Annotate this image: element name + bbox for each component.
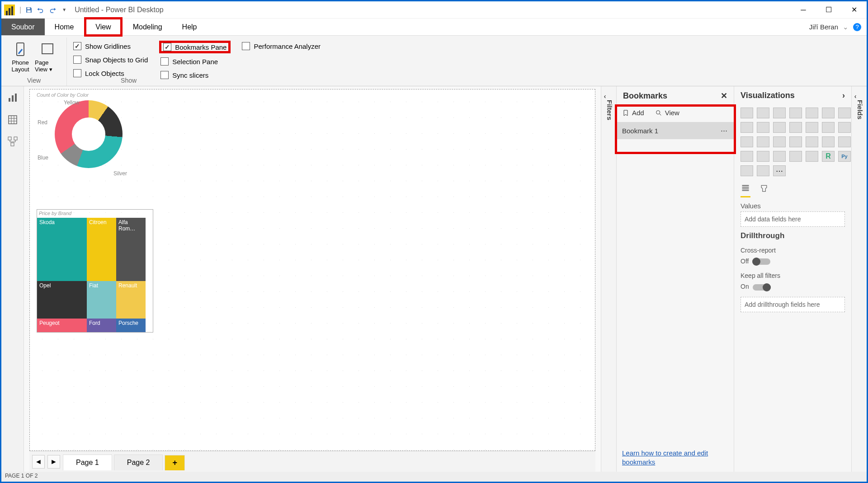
- fields-tab-icon[interactable]: [741, 183, 750, 197]
- menu-modeling[interactable]: Modeling: [123, 19, 172, 35]
- save-icon[interactable]: [24, 5, 34, 15]
- viz-type-icon[interactable]: [757, 165, 769, 176]
- tree-cell[interactable]: Ford: [87, 319, 116, 332]
- viz-type-icon[interactable]: [757, 122, 769, 133]
- close-button[interactable]: ✕: [841, 1, 867, 19]
- show-gridlines-checkbox[interactable]: Show Gridlines: [73, 42, 148, 50]
- cross-report-toggle[interactable]: [752, 258, 770, 265]
- treemap-chart[interactable]: Price by Brand Skoda Citroen Alfa Rom… O…: [37, 209, 153, 333]
- chart-title: Count of Color by Color: [37, 92, 159, 98]
- report-view-icon[interactable]: [7, 93, 18, 103]
- tree-cell[interactable]: Opel: [37, 281, 87, 319]
- svg-rect-9: [14, 137, 17, 140]
- viz-type-icon[interactable]: [741, 151, 753, 162]
- collapse-icon[interactable]: ›: [842, 91, 845, 100]
- tree-cell[interactable]: Citroen: [87, 218, 116, 281]
- values-field-well[interactable]: Add data fields here: [741, 211, 845, 227]
- selection-pane-checkbox[interactable]: Selection Pane: [160, 57, 229, 66]
- viz-type-icon[interactable]: [773, 122, 786, 133]
- learn-bookmarks-link[interactable]: Learn how to create and edit bookmarks: [617, 443, 734, 472]
- menu-file[interactable]: Soubor: [1, 19, 45, 35]
- viz-type-icon[interactable]: [741, 108, 753, 118]
- donut-chart[interactable]: Count of Color by Color Yellow Red Blue …: [37, 92, 159, 168]
- help-icon[interactable]: ?: [853, 23, 861, 31]
- viz-type-icon[interactable]: [806, 108, 818, 118]
- minimize-button[interactable]: ─: [791, 1, 816, 19]
- lock-objects-checkbox[interactable]: Lock Objects: [73, 69, 148, 77]
- r-visual-icon[interactable]: R: [822, 151, 835, 162]
- cross-report-label: Cross-report: [741, 247, 776, 254]
- bookmarks-title: Bookmarks: [623, 91, 667, 101]
- chevron-down-icon[interactable]: ⌄: [843, 23, 849, 31]
- performance-analyzer-checkbox[interactable]: Performance Analyzer: [242, 42, 321, 50]
- tree-cell[interactable]: Alfa Rom…: [116, 218, 146, 281]
- page-tab-2[interactable]: Page 2: [114, 455, 163, 470]
- viz-type-icon[interactable]: [806, 136, 818, 147]
- filters-pane-collapsed[interactable]: ‹ Filters: [601, 86, 616, 472]
- add-page-button[interactable]: +: [165, 455, 185, 470]
- viz-type-icon[interactable]: [757, 136, 769, 147]
- keep-filters-toggle[interactable]: [753, 284, 771, 291]
- tree-cell[interactable]: Skoda: [37, 218, 87, 281]
- redo-icon[interactable]: [47, 5, 57, 15]
- menu-view[interactable]: View: [85, 19, 121, 35]
- drillthrough-field-well[interactable]: Add drillthrough fields here: [741, 297, 845, 312]
- tree-cell[interactable]: Renault: [116, 281, 146, 319]
- bookmark-item[interactable]: Bookmark 1 ⋯: [617, 122, 734, 139]
- status-bar: PAGE 1 OF 2: [1, 472, 867, 482]
- more-icon[interactable]: ⋯: [721, 127, 728, 135]
- model-view-icon[interactable]: [7, 136, 18, 147]
- fields-pane-collapsed[interactable]: ‹ Fields: [851, 86, 867, 472]
- page-prev-button[interactable]: ◄: [32, 455, 45, 469]
- viz-type-icon[interactable]: [789, 122, 802, 133]
- viz-type-icon[interactable]: [773, 151, 786, 162]
- viz-type-icon[interactable]: [838, 136, 851, 147]
- page-tabs: ◄ ► Page 1 Page 2 +: [29, 451, 595, 472]
- drillthrough-label: Drillthrough: [734, 227, 851, 245]
- viz-type-icon[interactable]: [806, 122, 818, 133]
- report-canvas[interactable]: Count of Color by Color Yellow Red Blue …: [29, 89, 595, 451]
- viz-type-icon[interactable]: [741, 165, 753, 176]
- viz-type-icon[interactable]: [741, 122, 753, 133]
- maximize-button[interactable]: ☐: [816, 1, 841, 19]
- snap-to-grid-checkbox[interactable]: Snap Objects to Grid: [73, 56, 148, 64]
- qat-dropdown-icon[interactable]: ▼: [59, 5, 69, 15]
- user-name[interactable]: Jiří Beran: [809, 23, 838, 31]
- viz-type-icon[interactable]: [838, 108, 851, 118]
- pbi-logo-icon: [4, 5, 15, 15]
- viz-type-icon[interactable]: [822, 122, 835, 133]
- viz-type-icon[interactable]: [822, 108, 835, 118]
- close-icon[interactable]: ✕: [721, 91, 727, 101]
- keep-filters-label: Keep all filters: [741, 272, 780, 279]
- undo-icon[interactable]: [36, 5, 46, 15]
- viz-type-icon[interactable]: [773, 108, 786, 118]
- viz-type-icon[interactable]: [741, 136, 753, 147]
- menu-home[interactable]: Home: [45, 19, 84, 35]
- format-tab-icon[interactable]: [760, 183, 769, 197]
- viz-type-icon[interactable]: [822, 136, 835, 147]
- viz-type-icon[interactable]: [806, 151, 818, 162]
- page-next-button[interactable]: ►: [47, 455, 60, 469]
- visualization-gallery: RPy ⋯: [734, 105, 851, 179]
- viz-type-icon[interactable]: [757, 151, 769, 162]
- viz-type-icon[interactable]: [789, 108, 802, 118]
- keep-filters-value: On: [741, 283, 749, 290]
- sync-slicers-checkbox[interactable]: Sync slicers: [160, 71, 229, 79]
- page-tab-1[interactable]: Page 1: [63, 455, 112, 470]
- py-visual-icon[interactable]: Py: [838, 151, 851, 162]
- data-view-icon[interactable]: [7, 114, 18, 125]
- viz-type-icon[interactable]: [789, 136, 802, 147]
- bookmark-add-button[interactable]: Add: [622, 109, 644, 117]
- viz-type-icon[interactable]: [773, 136, 786, 147]
- menu-help[interactable]: Help: [172, 19, 207, 35]
- viz-type-icon[interactable]: [838, 122, 851, 133]
- svg-rect-0: [27, 7, 30, 9]
- tree-cell[interactable]: Fiat: [87, 281, 116, 319]
- tree-cell[interactable]: Porsche: [116, 319, 146, 332]
- viz-type-icon[interactable]: [789, 151, 802, 162]
- viz-type-icon[interactable]: [757, 108, 769, 118]
- more-visuals-icon[interactable]: ⋯: [773, 165, 786, 176]
- bookmarks-pane-checkbox[interactable]: Bookmarks Pane: [160, 42, 229, 52]
- bookmark-view-button[interactable]: View: [655, 109, 679, 117]
- tree-cell[interactable]: Peugeot: [37, 319, 87, 332]
